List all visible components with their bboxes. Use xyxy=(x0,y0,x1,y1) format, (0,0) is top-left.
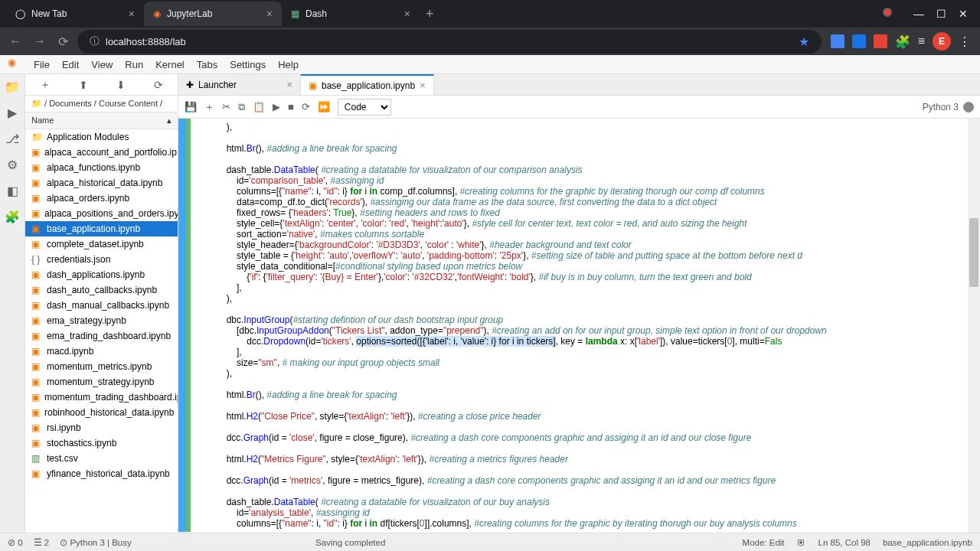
new-tab-button[interactable]: + xyxy=(420,6,440,22)
extension-icon[interactable] xyxy=(852,34,866,48)
file-item[interactable]: ▣ema_trading_dashboard.ipynb xyxy=(25,328,178,344)
trust-icon[interactable]: ⛨ xyxy=(797,538,806,547)
cell-type-select[interactable]: Code xyxy=(338,99,391,116)
notebook-content[interactable]: ), html.Br(), #adding a line break for s… xyxy=(178,119,980,533)
menu-edit[interactable]: Edit xyxy=(56,59,85,70)
close-icon[interactable]: × xyxy=(404,8,410,20)
code-cell[interactable]: ), html.Br(), #adding a line break for s… xyxy=(178,119,980,532)
site-info-icon[interactable]: ⓘ xyxy=(90,34,100,48)
file-item[interactable]: ▣stochastics.ipynb xyxy=(25,435,178,451)
file-item[interactable]: ▣yfinance_historical_data.ipynb xyxy=(25,466,178,481)
paste-icon[interactable]: 📋 xyxy=(253,101,265,112)
file-name: alpaca_functions.ipynb xyxy=(47,162,140,173)
git-icon[interactable]: ⎇ xyxy=(5,131,20,146)
back-icon[interactable]: ← xyxy=(6,31,24,51)
menu-file[interactable]: File xyxy=(28,59,56,70)
file-item[interactable]: ▣momentum_trading_dashboard.ipynb xyxy=(25,390,178,405)
menu-settings[interactable]: Settings xyxy=(224,59,272,70)
vertical-scrollbar[interactable] xyxy=(968,119,980,533)
sort-icon[interactable]: ▴ xyxy=(167,116,172,126)
restart-icon[interactable]: ⟳ xyxy=(302,101,310,112)
file-item[interactable]: ▣rsi.ipynb xyxy=(25,420,178,435)
extension-icon[interactable] xyxy=(831,34,844,48)
file-item[interactable]: ▣complete_dataset.ipynb xyxy=(25,236,178,252)
file-item[interactable]: ▣momentum_metrics.ipynb xyxy=(25,359,178,374)
running-icon[interactable]: ▶ xyxy=(5,105,20,120)
profile-avatar[interactable]: E xyxy=(933,32,951,51)
run-icon[interactable]: ▶ xyxy=(273,101,280,112)
menu-icon[interactable]: ⋮ xyxy=(959,34,971,49)
status-filename[interactable]: base_application.ipynb xyxy=(883,538,972,547)
tab-notebook[interactable]: ▣ base_application.ipynb × xyxy=(301,74,434,95)
file-item[interactable]: { }credentials.json xyxy=(25,252,178,267)
menu-kernel[interactable]: Kernel xyxy=(149,59,191,70)
bookmark-star-icon[interactable]: ★ xyxy=(799,34,809,49)
close-icon[interactable]: × xyxy=(420,80,426,91)
status-item[interactable]: ⊘ 0 xyxy=(8,537,23,548)
inspector-icon[interactable]: ◧ xyxy=(5,183,20,198)
close-icon[interactable]: × xyxy=(129,8,135,20)
minimize-icon[interactable]: — xyxy=(913,8,924,20)
close-window-icon[interactable]: ✕ xyxy=(959,8,968,20)
browser-tab-dash[interactable]: ▦ Dash × xyxy=(282,2,420,26)
extensions-icon[interactable]: 🧩 xyxy=(5,209,20,224)
file-item[interactable]: ▣macd.ipynb xyxy=(25,344,178,359)
file-name: rsi.ipynb xyxy=(47,422,81,433)
save-icon[interactable]: 💾 xyxy=(185,101,197,112)
file-item[interactable]: ▥test.csv xyxy=(25,451,178,466)
status-kernel[interactable]: ⊙ Python 3 | Busy xyxy=(60,537,132,548)
cut-icon[interactable]: ✂ xyxy=(222,101,230,112)
add-cell-icon[interactable]: ＋ xyxy=(204,100,214,114)
new-folder-icon[interactable]: ＋ xyxy=(40,78,51,92)
maximize-icon[interactable]: ☐ xyxy=(936,8,946,20)
reload-icon[interactable]: ⟳ xyxy=(55,31,71,52)
main-area: ✚ Launcher × ▣ base_application.ipynb × … xyxy=(178,74,980,533)
menu-tabs[interactable]: Tabs xyxy=(191,59,224,70)
download-icon[interactable]: ⬇ xyxy=(116,79,126,91)
kernel-indicator[interactable]: Python 3 xyxy=(923,102,974,112)
status-cursor[interactable]: Ln 85, Col 98 xyxy=(818,538,871,547)
file-item[interactable]: ▣robinhood_historical_data.ipynb xyxy=(25,405,178,420)
folder-icon[interactable]: 📁 xyxy=(5,79,20,94)
file-item[interactable]: ▣dash_manual_callbacks.ipynb xyxy=(25,298,178,313)
scrollbar-thumb[interactable] xyxy=(969,218,978,287)
browser-tab-newtab[interactable]: ◯ New Tab × xyxy=(6,2,144,26)
commands-icon[interactable]: ⚙ xyxy=(5,157,20,172)
close-icon[interactable]: × xyxy=(286,79,292,90)
menu-help[interactable]: Help xyxy=(272,59,305,70)
filetype-icon: ▣ xyxy=(31,285,42,295)
fastforward-icon[interactable]: ⏩ xyxy=(318,101,330,112)
list-icon[interactable]: ≡ xyxy=(918,34,925,48)
stop-icon[interactable]: ■ xyxy=(288,101,294,112)
forward-icon[interactable]: → xyxy=(31,31,49,51)
breadcrumb[interactable]: 📁 / Documents / Course Content / xyxy=(25,96,178,112)
refresh-icon[interactable]: ⟳ xyxy=(154,79,163,91)
jupyter-logo-icon[interactable]: ◉ xyxy=(8,57,23,72)
file-item[interactable]: ▣dash_applications.ipynb xyxy=(25,267,178,282)
file-item[interactable]: 📁Application Modules xyxy=(25,129,178,145)
file-item[interactable]: ▣alpaca_account_and_portfolio.ip... xyxy=(25,145,178,160)
status-item[interactable]: ☰ 2 xyxy=(34,537,50,548)
browser-tab-jupyter[interactable]: ◉ JupyterLab × xyxy=(144,2,282,26)
file-item[interactable]: ▣momentum_strategy.ipynb xyxy=(25,374,178,390)
tab-launcher[interactable]: ✚ Launcher × xyxy=(178,74,301,95)
file-item[interactable]: ▣base_application.ipynb xyxy=(25,221,178,236)
status-mode[interactable]: Mode: Edit xyxy=(743,538,785,547)
file-item[interactable]: ▣dash_auto_callbacks.ipynb xyxy=(25,282,178,298)
file-item[interactable]: ▣alpaca_historical_data.ipynb xyxy=(25,175,178,191)
upload-icon[interactable]: ⬆ xyxy=(79,79,88,91)
url-bar[interactable]: ⓘ localhost:8888/lab ★ xyxy=(77,30,822,54)
file-item[interactable]: ▣alpaca_positions_and_orders.ipynb xyxy=(25,206,178,221)
copy-icon[interactable]: ⧉ xyxy=(238,101,245,113)
puzzle-icon[interactable]: 🧩 xyxy=(895,34,910,49)
file-item[interactable]: ▣ema_strategy.ipynb xyxy=(25,313,178,328)
file-name: Application Modules xyxy=(47,132,129,142)
file-item[interactable]: ▣alpaca_functions.ipynb xyxy=(25,160,178,175)
menu-run[interactable]: Run xyxy=(119,59,149,70)
extension-icon[interactable] xyxy=(874,34,887,48)
code-editor[interactable]: ), html.Br(), #adding a line break for s… xyxy=(191,119,980,532)
menu-view[interactable]: View xyxy=(85,59,119,70)
file-item[interactable]: ▣alpaca_orders.ipynb xyxy=(25,191,178,206)
close-icon[interactable]: × xyxy=(266,8,273,20)
filebrowser-header[interactable]: Name ▴ xyxy=(25,112,178,129)
